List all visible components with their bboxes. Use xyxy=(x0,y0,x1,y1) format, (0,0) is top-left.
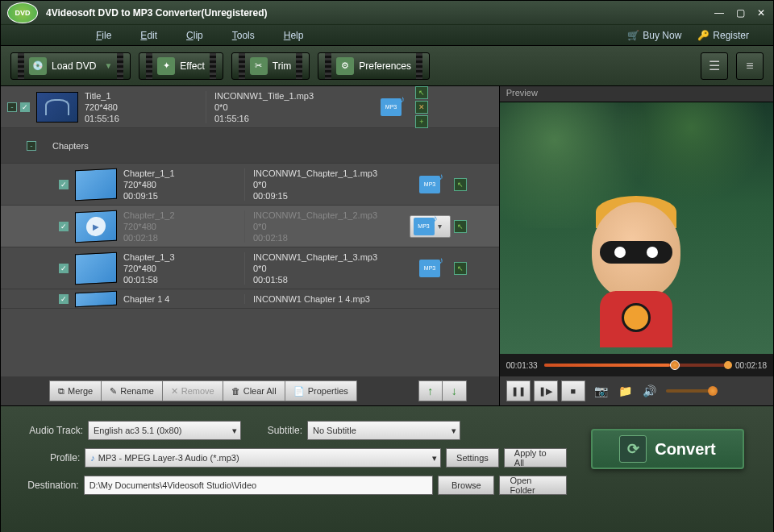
dvd-icon: 💿 xyxy=(29,57,47,75)
chapter-row[interactable]: ✓ Chapter_1_1 720*480 00:09:15 INCONNW1_… xyxy=(1,164,499,206)
view-list-button[interactable]: ☰ xyxy=(701,52,728,80)
profile-dropdown[interactable]: MP3▾ xyxy=(410,215,451,238)
main-area: - ✓ Title_1 720*480 01:55:16 INCONNW1_Ti… xyxy=(1,86,773,405)
chapter-icon xyxy=(75,251,117,285)
minimize-button[interactable]: — xyxy=(714,7,725,19)
list-actions: ⧉ Merge ✎ Rename ✕ Remove 🗑 Clear All 📄 … xyxy=(1,376,499,405)
chapter-name: Chapter_1_3 xyxy=(123,252,244,262)
close-button[interactable]: ✕ xyxy=(755,7,767,19)
title-outdur: 01:55:16 xyxy=(214,114,367,123)
expand-icon[interactable]: ↖ xyxy=(454,220,467,233)
output-settings: Audio Track: English ac3 5.1 (0x80) Subt… xyxy=(10,421,567,518)
collapse-icon[interactable]: - xyxy=(7,102,17,112)
collapse-icon[interactable]: - xyxy=(27,141,36,151)
preview-video xyxy=(500,102,773,354)
trim-button[interactable]: ✂Trim xyxy=(231,52,310,80)
audiotrack-combo[interactable]: English ac3 5.1 (0x80) xyxy=(88,421,241,440)
remove-button[interactable]: ✕ Remove xyxy=(163,380,223,401)
preferences-button[interactable]: ⚙Preferences xyxy=(318,52,430,80)
mp3-format-icon: MP3 xyxy=(414,218,435,235)
timeline: 00:01:33 00:02:18 xyxy=(500,354,773,376)
menu-edit[interactable]: Edit xyxy=(126,30,172,41)
title-dur: 01:55:16 xyxy=(85,114,206,123)
mp3-format-icon[interactable]: MP3 xyxy=(419,260,440,277)
seek-slider[interactable] xyxy=(544,364,729,367)
audiotrack-label: Audio Track: xyxy=(10,425,83,436)
rename-button[interactable]: ✎ Rename xyxy=(102,380,163,401)
view-grid-button[interactable]: ≡ xyxy=(736,52,764,80)
toolbar: 💿Load DVD▼ ✦Effect ✂Trim ⚙Preferences ☰ … xyxy=(1,46,773,86)
subtitle-combo[interactable]: No Subtitle xyxy=(307,421,460,440)
browse-button[interactable]: Browse xyxy=(438,476,494,495)
menu-file[interactable]: File xyxy=(81,30,126,41)
chevron-down-icon[interactable]: ▼ xyxy=(104,61,112,70)
volume-icon[interactable]: 🔊 xyxy=(642,383,658,399)
app-window: DVD 4Videosoft DVD to MP3 Converter(Unre… xyxy=(0,0,774,532)
bottom-panel: Audio Track: English ac3 5.1 (0x80) Subt… xyxy=(1,405,773,532)
chapter-name: Chapter 1 4 xyxy=(123,294,244,304)
checkbox[interactable]: ✓ xyxy=(59,180,69,189)
load-dvd-button[interactable]: 💿Load DVD▼ xyxy=(10,52,131,80)
expand-icon[interactable]: ↖ xyxy=(454,262,467,275)
chapter-row[interactable]: ✓ Chapter 1 4 INCONNW1 Chapter 1 4.mp3 xyxy=(1,289,499,309)
title-out: INCONNW1_Title_1.mp3 xyxy=(214,91,367,101)
file-list: - ✓ Title_1 720*480 01:55:16 INCONNW1_Ti… xyxy=(1,86,499,376)
move-down-button[interactable]: ↓ xyxy=(443,380,467,401)
buy-now-link[interactable]: 🛒Buy Now xyxy=(619,30,689,41)
preview-panel: Preview 00:01:33 00:02:18 ❚❚ xyxy=(500,86,773,405)
add-icon[interactable]: + xyxy=(415,115,428,128)
profile-label: Profile: xyxy=(10,452,80,463)
chapter-row[interactable]: ✓ Chapter_1_2 720*480 00:02:18 INCONNW1_… xyxy=(1,206,499,247)
gear-icon: ⚙ xyxy=(336,57,354,75)
destination-label: Destination: xyxy=(10,480,79,491)
menu-clip[interactable]: Clip xyxy=(172,30,218,41)
title-thumbnail-icon xyxy=(36,92,78,123)
clear-all-button[interactable]: 🗑 Clear All xyxy=(223,380,285,401)
apply-all-button[interactable]: Apply to All xyxy=(504,448,567,468)
subtitle-label: Subtitle: xyxy=(246,425,302,436)
profile-combo[interactable]: ♪MP3 - MPEG Layer-3 Audio (*.mp3) xyxy=(85,448,441,468)
window-title: 4Videosoft DVD to MP3 Converter(Unregist… xyxy=(46,7,714,19)
maximize-button[interactable]: ▢ xyxy=(734,7,746,19)
stop-button[interactable]: ■ xyxy=(561,380,585,401)
chapter-icon xyxy=(75,290,117,307)
chapter-row[interactable]: ✓ Chapter_1_3 720*480 00:01:58 INCONNW1_… xyxy=(1,247,499,289)
chapter-icon xyxy=(75,168,117,201)
title-row[interactable]: - ✓ Title_1 720*480 01:55:16 INCONNW1_Ti… xyxy=(1,86,499,128)
chapter-name: Chapter_1_2 xyxy=(123,210,244,220)
title-res: 720*480 xyxy=(85,102,206,112)
preview-label: Preview xyxy=(500,86,773,102)
convert-icon: ⟳ xyxy=(619,435,647,463)
settings-button[interactable]: Settings xyxy=(446,448,499,468)
open-folder-icon[interactable]: 📁 xyxy=(618,383,634,399)
step-button[interactable]: ❚▶ xyxy=(534,380,558,401)
expand-icon[interactable]: ↖ xyxy=(415,86,428,99)
register-link[interactable]: 🔑Register xyxy=(689,30,757,41)
merge-button[interactable]: ⧉ Merge xyxy=(49,380,102,401)
chapters-label: Chapters xyxy=(52,141,173,151)
checkbox[interactable]: ✓ xyxy=(20,102,30,112)
destination-field[interactable]: D:\My Documents\4Videosoft Studio\Video xyxy=(84,476,434,495)
volume-slider[interactable] xyxy=(666,389,714,393)
mp3-format-icon[interactable]: MP3 xyxy=(419,176,440,193)
pause-button[interactable]: ❚❚ xyxy=(506,380,531,401)
menu-bar: File Edit Clip Tools Help 🛒Buy Now 🔑Regi… xyxy=(1,25,773,46)
expand-icon[interactable]: ↖ xyxy=(454,178,467,191)
time-total: 00:02:18 xyxy=(735,361,767,370)
effect-button[interactable]: ✦Effect xyxy=(139,52,223,80)
chapter-name: Chapter_1_1 xyxy=(123,168,244,178)
mp3-format-icon[interactable]: MP3 xyxy=(381,98,402,116)
checkbox[interactable]: ✓ xyxy=(59,294,69,304)
remove-icon[interactable]: ✕ xyxy=(415,101,428,114)
menu-tools[interactable]: Tools xyxy=(218,30,269,41)
chapters-header[interactable]: - Chapters xyxy=(1,128,499,164)
convert-button[interactable]: ⟳ Convert xyxy=(591,429,744,469)
checkbox[interactable]: ✓ xyxy=(59,222,69,231)
checkbox[interactable]: ✓ xyxy=(59,264,69,273)
properties-button[interactable]: 📄 Properties xyxy=(285,380,357,401)
snapshot-icon[interactable]: 📷 xyxy=(593,383,610,399)
app-logo-icon: DVD xyxy=(7,2,38,23)
menu-help[interactable]: Help xyxy=(269,30,318,41)
move-up-button[interactable]: ↑ xyxy=(418,380,443,401)
open-folder-button[interactable]: Open Folder xyxy=(499,476,567,495)
